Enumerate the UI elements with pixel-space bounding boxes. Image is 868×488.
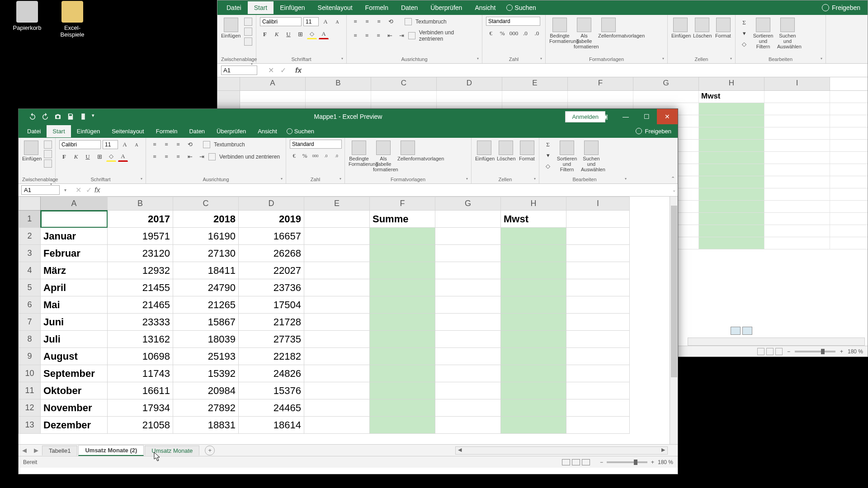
cell-highlight[interactable] xyxy=(699,103,764,115)
tab-ueberpruefen[interactable]: Überprüfen xyxy=(211,125,252,137)
row-header[interactable]: 10 xyxy=(19,365,41,382)
cell-month[interactable]: Juni xyxy=(41,314,108,331)
tab-ansicht[interactable]: Ansicht xyxy=(468,1,502,14)
undo-icon[interactable] xyxy=(28,113,37,121)
cancel-formula-icon[interactable]: ✕ xyxy=(75,186,81,194)
cell-summe[interactable] xyxy=(370,296,435,314)
cell-value[interactable]: 12932 xyxy=(108,262,173,279)
increase-decimal-icon[interactable]: .0 xyxy=(520,28,530,38)
bold-button[interactable]: F xyxy=(260,29,270,39)
autosum-icon[interactable]: Σ xyxy=(739,18,749,28)
font-name-select[interactable] xyxy=(260,17,302,26)
format-as-table-button[interactable]: Als Tabelle formatieren xyxy=(574,17,594,49)
row-header[interactable]: 4 xyxy=(19,262,41,279)
tab-einfuegen[interactable]: Einfügen xyxy=(71,125,106,137)
cell-summe[interactable] xyxy=(370,331,435,348)
decrease-font-icon[interactable]: A xyxy=(132,140,142,150)
cell-month[interactable]: August xyxy=(41,348,108,365)
enter-formula-icon[interactable]: ✓ xyxy=(280,66,286,75)
align-bottom-icon[interactable]: ≡ xyxy=(173,140,183,150)
cell-value[interactable]: 21728 xyxy=(239,314,304,331)
qat-customize-icon[interactable]: ▾ xyxy=(92,113,94,121)
underline-button[interactable]: U xyxy=(83,152,93,162)
font-color-icon[interactable]: A xyxy=(118,152,128,162)
align-center-icon[interactable]: ≡ xyxy=(161,152,171,162)
cell-month[interactable]: Mai xyxy=(41,296,108,314)
select-all-corner[interactable] xyxy=(217,77,240,90)
font-color-icon[interactable]: A xyxy=(319,29,329,39)
increase-decimal-icon[interactable]: .0 xyxy=(321,151,330,161)
row-header[interactable]: 7 xyxy=(19,314,41,331)
cell-mwst[interactable] xyxy=(501,331,566,348)
cell-summe[interactable] xyxy=(370,348,435,365)
row-header[interactable]: 12 xyxy=(19,399,41,417)
tell-me-search[interactable]: Suchen xyxy=(287,128,314,135)
orientation-icon[interactable]: ⟲ xyxy=(185,140,195,150)
hscroll-back[interactable] xyxy=(688,338,865,346)
align-center-icon[interactable]: ≡ xyxy=(362,31,372,41)
cell-value[interactable]: 21455 xyxy=(108,279,173,296)
cell-summe[interactable] xyxy=(370,228,435,245)
view-normal-icon[interactable] xyxy=(757,348,764,355)
wrap-text-icon[interactable] xyxy=(405,18,412,25)
col-header[interactable]: D xyxy=(437,77,502,90)
clear-icon[interactable]: ◇ xyxy=(543,161,553,171)
tell-me-search[interactable]: Suchen xyxy=(506,4,536,11)
cell-value[interactable]: 26268 xyxy=(239,245,304,262)
cell-f1[interactable]: Summe xyxy=(370,211,435,228)
increase-font-icon[interactable]: A xyxy=(321,17,330,27)
comma-icon[interactable]: 000 xyxy=(509,28,519,38)
paste-options-icon[interactable] xyxy=(731,327,741,335)
col-header[interactable]: E xyxy=(502,77,568,90)
cell-value[interactable]: 18039 xyxy=(173,331,239,348)
align-top-icon[interactable]: ≡ xyxy=(150,140,160,150)
zoom-out-icon[interactable]: − xyxy=(600,459,603,465)
fill-color-icon[interactable]: ◇ xyxy=(307,29,317,39)
col-header[interactable]: A xyxy=(240,77,306,90)
paste-button[interactable]: Einfügen xyxy=(22,140,40,161)
cell-value[interactable]: 24826 xyxy=(239,365,304,382)
percent-icon[interactable]: % xyxy=(497,28,507,38)
orientation-icon[interactable]: ⟲ xyxy=(386,17,396,27)
col-header[interactable]: C xyxy=(371,77,437,90)
align-top-icon[interactable]: ≡ xyxy=(350,17,360,27)
sheet-tab[interactable]: Umsatz Monate xyxy=(145,446,199,455)
bold-button[interactable]: F xyxy=(59,152,69,162)
cell-month[interactable]: Februar xyxy=(41,245,108,262)
conditional-formatting-button[interactable]: Bedingte Formatierung xyxy=(549,17,570,44)
format-cells-button[interactable]: Format xyxy=(519,140,535,161)
tab-start[interactable]: Start xyxy=(248,1,274,14)
format-painter-icon[interactable] xyxy=(44,160,52,168)
align-bottom-icon[interactable]: ≡ xyxy=(374,17,384,27)
copy-icon[interactable] xyxy=(44,150,52,158)
cut-icon[interactable] xyxy=(44,141,52,149)
format-cells-button[interactable]: Format xyxy=(715,17,731,38)
cell-summe[interactable] xyxy=(370,365,435,382)
sheet-nav-prev[interactable]: ◀ xyxy=(19,447,30,454)
cell-value[interactable]: 15867 xyxy=(173,314,239,331)
autosum-icon[interactable]: Σ xyxy=(543,140,553,150)
tab-datei[interactable]: Datei xyxy=(220,1,248,14)
title-bar[interactable]: ▾ Mappe1 - Excel Preview Anmelden ▣ — ☐ … xyxy=(19,109,678,124)
cell-value[interactable]: 18614 xyxy=(239,417,304,434)
fx-icon[interactable]: fx xyxy=(94,186,100,194)
sheet-nav-next[interactable]: ▶ xyxy=(30,447,42,454)
col-header-g[interactable]: G xyxy=(435,197,501,211)
delete-cells-button[interactable]: Löschen xyxy=(693,17,711,38)
cell-c1[interactable]: 2018 xyxy=(173,211,239,228)
sort-filter-button[interactable]: Sortieren und Filtern xyxy=(753,17,774,49)
zoom-level[interactable]: 180 % xyxy=(848,348,863,355)
row-header-1[interactable]: 1 xyxy=(19,211,41,228)
sheet-tab[interactable]: Tabelle1 xyxy=(42,446,77,455)
col-header-a[interactable]: A xyxy=(41,197,108,211)
expand-formula-bar-icon[interactable]: ⌄ xyxy=(672,188,676,192)
decrease-decimal-icon[interactable]: .0 xyxy=(332,151,341,161)
close-button[interactable]: ✕ xyxy=(657,109,678,124)
zoom-level[interactable]: 180 % xyxy=(658,459,673,465)
fill-icon[interactable]: ▾ xyxy=(739,28,749,38)
wrap-text-icon[interactable] xyxy=(203,141,210,148)
cell-month[interactable]: November xyxy=(41,399,108,417)
align-left-icon[interactable]: ≡ xyxy=(150,152,160,162)
zoom-in-icon[interactable]: + xyxy=(840,348,843,355)
row-header[interactable]: 9 xyxy=(19,348,41,365)
